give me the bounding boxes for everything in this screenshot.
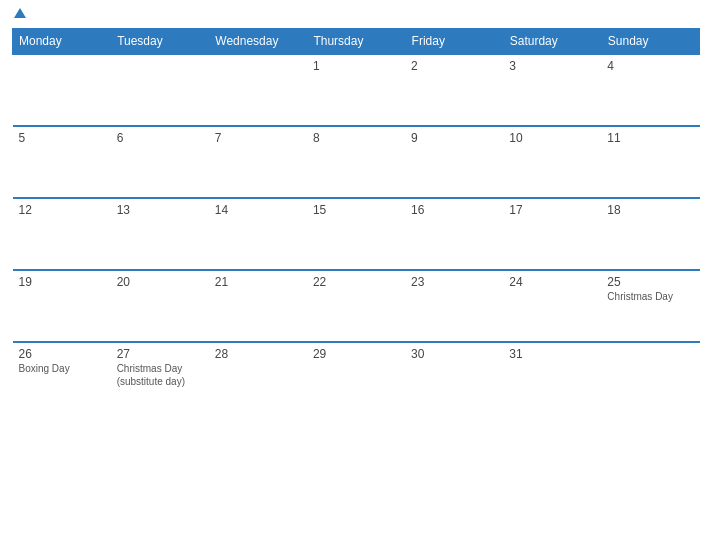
calendar-header-row: MondayTuesdayWednesdayThursdayFridaySatu… [13, 29, 700, 55]
logo-triangle-icon [14, 8, 26, 18]
week-row-3: 12131415161718 [13, 198, 700, 270]
day-cell [13, 54, 111, 126]
day-number: 19 [19, 275, 105, 289]
day-number: 2 [411, 59, 497, 73]
week-row-2: 567891011 [13, 126, 700, 198]
day-cell: 30 [405, 342, 503, 414]
day-cell: 10 [503, 126, 601, 198]
day-number: 11 [607, 131, 693, 145]
day-number: 4 [607, 59, 693, 73]
day-number: 17 [509, 203, 595, 217]
weekday-header-thursday: Thursday [307, 29, 405, 55]
day-cell: 29 [307, 342, 405, 414]
day-number: 20 [117, 275, 203, 289]
day-number: 21 [215, 275, 301, 289]
weekday-header-saturday: Saturday [503, 29, 601, 55]
day-event: Christmas Day [607, 291, 693, 302]
day-cell: 11 [601, 126, 699, 198]
day-cell: 7 [209, 126, 307, 198]
day-number: 30 [411, 347, 497, 361]
day-cell: 21 [209, 270, 307, 342]
calendar-body: 1234567891011121314151617181920212223242… [13, 54, 700, 414]
day-number: 8 [313, 131, 399, 145]
day-cell [209, 54, 307, 126]
day-number: 3 [509, 59, 595, 73]
day-number: 28 [215, 347, 301, 361]
day-number: 25 [607, 275, 693, 289]
day-cell: 18 [601, 198, 699, 270]
day-number: 31 [509, 347, 595, 361]
day-number: 15 [313, 203, 399, 217]
weekday-header-tuesday: Tuesday [111, 29, 209, 55]
calendar-header [12, 10, 700, 20]
weekday-header-sunday: Sunday [601, 29, 699, 55]
day-cell: 31 [503, 342, 601, 414]
day-cell: 5 [13, 126, 111, 198]
day-cell: 25Christmas Day [601, 270, 699, 342]
day-number: 16 [411, 203, 497, 217]
day-cell: 26Boxing Day [13, 342, 111, 414]
day-number: 7 [215, 131, 301, 145]
day-number: 26 [19, 347, 105, 361]
day-number: 14 [215, 203, 301, 217]
week-row-4: 19202122232425Christmas Day [13, 270, 700, 342]
day-cell: 27Christmas Day(substitute day) [111, 342, 209, 414]
day-number: 24 [509, 275, 595, 289]
day-number: 13 [117, 203, 203, 217]
day-cell: 4 [601, 54, 699, 126]
day-cell [111, 54, 209, 126]
day-number: 12 [19, 203, 105, 217]
day-cell: 24 [503, 270, 601, 342]
day-number: 22 [313, 275, 399, 289]
logo [12, 10, 26, 20]
weekday-header-friday: Friday [405, 29, 503, 55]
day-number: 10 [509, 131, 595, 145]
weekday-header-monday: Monday [13, 29, 111, 55]
day-cell: 16 [405, 198, 503, 270]
day-cell: 13 [111, 198, 209, 270]
day-cell: 17 [503, 198, 601, 270]
day-number: 6 [117, 131, 203, 145]
day-number: 29 [313, 347, 399, 361]
day-event: Christmas Day [117, 363, 203, 374]
day-cell: 28 [209, 342, 307, 414]
day-cell: 2 [405, 54, 503, 126]
day-number: 1 [313, 59, 399, 73]
day-cell: 20 [111, 270, 209, 342]
weekday-header-wednesday: Wednesday [209, 29, 307, 55]
day-cell: 23 [405, 270, 503, 342]
day-cell: 15 [307, 198, 405, 270]
day-cell: 6 [111, 126, 209, 198]
week-row-5: 26Boxing Day27Christmas Day(substitute d… [13, 342, 700, 414]
day-cell: 22 [307, 270, 405, 342]
day-cell: 1 [307, 54, 405, 126]
day-cell: 14 [209, 198, 307, 270]
day-number: 23 [411, 275, 497, 289]
day-cell: 9 [405, 126, 503, 198]
day-number: 5 [19, 131, 105, 145]
weekday-header-row: MondayTuesdayWednesdayThursdayFridaySatu… [13, 29, 700, 55]
week-row-1: 1234 [13, 54, 700, 126]
day-number: 18 [607, 203, 693, 217]
calendar-wrapper: MondayTuesdayWednesdayThursdayFridaySatu… [0, 0, 712, 550]
day-number: 27 [117, 347, 203, 361]
day-cell: 8 [307, 126, 405, 198]
day-event: Boxing Day [19, 363, 105, 374]
day-cell: 19 [13, 270, 111, 342]
day-cell [601, 342, 699, 414]
day-cell: 12 [13, 198, 111, 270]
day-number: 9 [411, 131, 497, 145]
day-event: (substitute day) [117, 376, 203, 387]
calendar-table: MondayTuesdayWednesdayThursdayFridaySatu… [12, 28, 700, 414]
day-cell: 3 [503, 54, 601, 126]
